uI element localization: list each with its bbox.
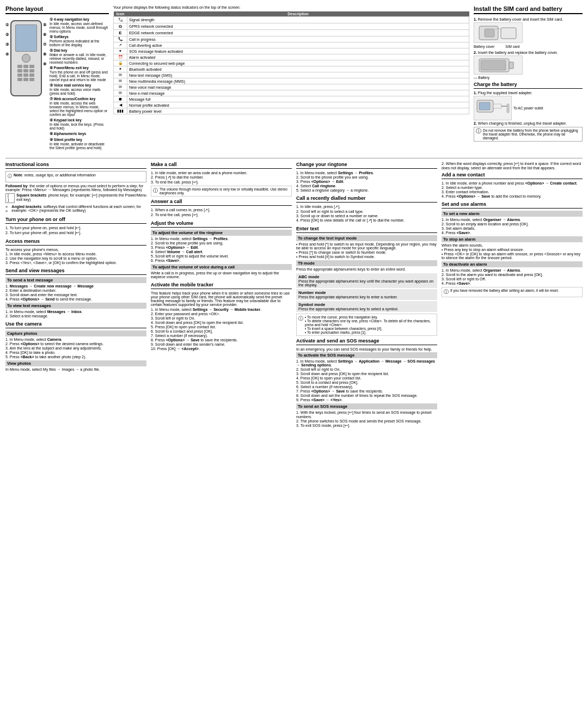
svg-rect-8 [479, 102, 490, 110]
callout9-label: Silent profile key [54, 138, 82, 142]
svg-rect-9 [493, 104, 501, 108]
table-row: ✉New text message (SMS) [114, 72, 469, 78]
charge-warning: ⓘ Do not remove the battery from the pho… [474, 127, 583, 142]
status-table: Icon Description TillSignal strength GGP… [113, 11, 469, 114]
phone-layout-title: Phone layout [5, 5, 109, 14]
table-row: TillSignal strength [114, 17, 469, 23]
svg-rect-5 [481, 60, 506, 70]
charge-warning-text: Do not remove the battery from the phone… [483, 128, 580, 140]
table-row: 📞Call in progress [114, 36, 469, 42]
access-menus-title: Access menus [5, 238, 146, 246]
battery-label: Battery [478, 76, 489, 79]
stop-alarm-title: To stop an alarm [442, 236, 583, 242]
callout5-label: Softkeys [54, 35, 69, 39]
callout4-label: Keypad lock key [54, 118, 82, 122]
table-row: ✦SOS message feature activated [114, 48, 469, 54]
enter-text-tips: ⓘ • To move the cursor, press the naviga… [296, 314, 437, 336]
svg-rect-11 [507, 104, 509, 113]
col-3: Change your ringtone 1. In Menu mode, se… [296, 162, 437, 428]
call-recent-title: Call a recently dialled number [296, 195, 437, 203]
warning-icon: ⓘ [476, 128, 481, 134]
status-intro: Your phone displays the following status… [113, 5, 469, 9]
use-camera-title: Use the camera [5, 321, 146, 328]
make-call-note: ⓘ The volume through mono earphones is v… [151, 186, 292, 197]
callout3-desc: In Idle mode, access voice mails (press … [50, 88, 109, 95]
make-call-title: Make a call [151, 162, 292, 169]
abc-mode-box: ABC mode Press the appropriate alphanume… [296, 273, 437, 288]
view-text-title: To view text messages [5, 303, 146, 309]
turn-step1: To turn your phone on, press and hold [↩… [10, 226, 82, 230]
install-sim-title: Install the SIM card and battery [474, 5, 583, 14]
table-row: ✉New e-mail message [114, 90, 469, 96]
note-box: ⓘ Note: notes, usage tips, or additional… [5, 171, 146, 182]
svg-rect-6 [509, 62, 513, 69]
install-charge-section: Install the SIM card and battery 1. Remo… [474, 5, 583, 154]
charge-step1: Plug the supplied travel adapter. [478, 91, 532, 95]
left-col-1: Instructional icons ⓘ Note: notes, usage… [5, 162, 146, 428]
enter-text-title: Enter text [296, 226, 437, 233]
table-row: ✉New multimedia message (MMS) [114, 78, 469, 84]
ringtone-vol-title: To adjust the volume of the ringtone [151, 230, 292, 236]
svg-rect-2 [501, 28, 516, 39]
set-alarm-title: To set a new alarm [442, 211, 583, 217]
change-ringtone-title: Change your ringtone [296, 162, 437, 169]
callout1-desc: In Idle mode, access user-defined menus;… [50, 22, 109, 33]
t9-title: T9 mode [296, 260, 437, 266]
send-messages-title: Send and view messages [5, 268, 146, 275]
table-row: ✉New voice mail message [114, 84, 469, 90]
answer-call-title: Answer a call [151, 199, 292, 206]
turn-step2: To turn your phone off, press and hold [… [10, 231, 82, 235]
callout1-label: 4-way navigation key [54, 17, 89, 21]
col-4: 2. When the word displays correctly, pre… [442, 162, 583, 428]
followed-label: Followed by [5, 184, 27, 188]
table-row: ◼Message full [114, 96, 469, 102]
phone-layout-section: Phone layout [5, 5, 109, 154]
activate-tracker-title: Activate the mobile tracker [151, 282, 292, 289]
install-step1: Remove the battery cover and insert the … [478, 17, 563, 21]
deactivate-alarm-title: To deactivate an alarm [442, 261, 583, 267]
adjust-volume-title: Adjust the volume [151, 220, 292, 228]
table-row: ▮▮▮Battery power level [114, 108, 469, 114]
battery-cover-label: Battery cover [474, 45, 494, 48]
view-photos-desc: In Menu mode, select My files → Images →… [5, 367, 146, 371]
status-icons-section: Your phone displays the following status… [113, 5, 469, 154]
set-alarms-title: Set and use alarms [442, 201, 583, 209]
install-step2: Insert the battery and replace the batte… [478, 51, 558, 54]
charge-battery-title: Charge the battery [474, 82, 583, 89]
callout6-label: Power/Menu exit key [54, 66, 89, 70]
change-mode-title: To change the text input mode [296, 235, 437, 241]
ac-label: To AC power outlet [513, 106, 543, 110]
send-sos-title: To send an SOS message [296, 403, 437, 409]
callout9-desc: In Idle mode, activate or deactivate the… [50, 142, 109, 150]
callout7-label: Web access/Confirm key [54, 97, 95, 101]
view-photos-title: View photos [5, 360, 146, 366]
table-row: ⏰Alarm activated [114, 54, 469, 60]
table-row: GGPRS network connected [114, 23, 469, 30]
table-row: 🔒Connecting to secured web page [114, 60, 469, 66]
callout2-desc: Make or answer a call. In Idle mode, ret… [50, 53, 109, 64]
turn-phone-title: Turn your phone on or off [5, 217, 146, 224]
callout7-desc: In Idle mode, access the web browser men… [50, 101, 109, 117]
table-row: EEDGE network connected [114, 30, 469, 36]
deact-alarm-note: ⓘ If you have removed the battery after … [442, 287, 583, 297]
symbol-mode-box: Symbol mode Press the appropriate alphan… [296, 301, 437, 312]
callout5-desc: Perform actions indicated at the bottom … [50, 39, 109, 47]
table-row: ↗Call diverting active [114, 42, 469, 48]
sim-card-label: SIM card [505, 45, 519, 48]
callout4-desc: In Idle mode, lock the keys. (Press and … [50, 122, 109, 130]
callout8-label: Alphanumeric keys [54, 132, 87, 136]
capture-photos-title: Capture photos [5, 330, 146, 336]
instructional-icons-title: Instructional icons [5, 162, 146, 169]
col-2: Make a call 1. In Idle mode, enter an ar… [151, 162, 292, 428]
svg-rect-1 [485, 29, 494, 37]
callout6-desc: Turn the phone on and off (press and hol… [50, 70, 109, 82]
callout3-label: Voice mail service key [54, 83, 91, 87]
number-mode-box: Number mode Press the appropriate alphan… [296, 289, 437, 300]
access-intro: To access your phone's menus, [5, 248, 146, 252]
table-row: ✦Bluetooth activated [114, 66, 469, 72]
voice-vol-title: To adjust the volume of voice during a c… [151, 264, 292, 270]
charge-step2: When charging is finished, unplug the tr… [478, 121, 567, 125]
activate-sos-sub-title: To activate the SOS message [296, 352, 437, 358]
status-table-icon-header: Icon [114, 11, 127, 17]
send-text-title: To send a text message [5, 277, 146, 283]
